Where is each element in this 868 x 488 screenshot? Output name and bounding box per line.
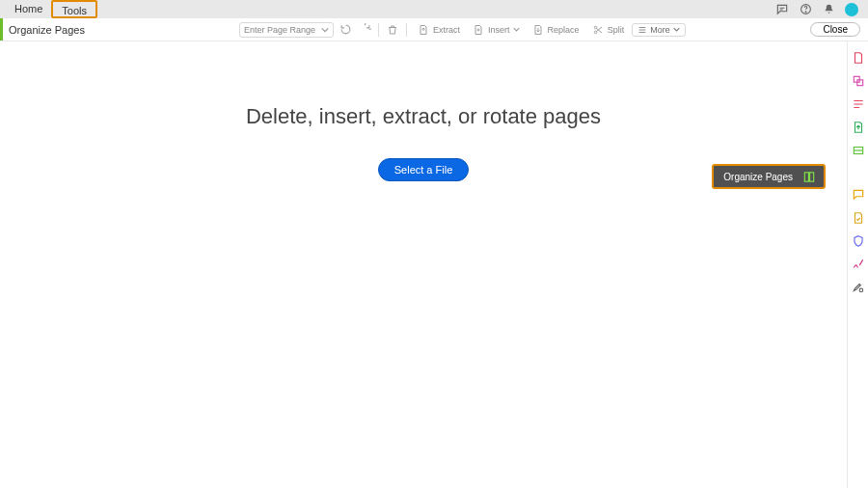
separator: [406, 23, 407, 37]
app-topbar: Home Tools: [0, 0, 868, 18]
tool-header-row: Organize Pages Enter Page Range Extract: [0, 18, 868, 41]
chevron-down-icon: [673, 26, 680, 33]
page-headline: Delete, insert, extract, or rotate pages: [0, 104, 847, 129]
main-wrapper: Delete, insert, extract, or rotate pages…: [0, 41, 868, 488]
separator: [378, 23, 379, 37]
rail-scan-icon[interactable]: [852, 144, 865, 157]
organize-pages-tooltip-label: Organize Pages: [723, 172, 793, 182]
rail-comment-icon[interactable]: [852, 188, 865, 202]
replace-icon: [531, 23, 545, 37]
scissors-icon: [591, 23, 605, 37]
chevron-down-icon: [321, 26, 329, 34]
svg-rect-5: [810, 172, 814, 180]
rail-fill-sign-icon[interactable]: [852, 211, 865, 225]
user-avatar[interactable]: [845, 3, 858, 16]
topbar-tabs: Home Tools: [6, 0, 97, 18]
extract-icon: [417, 23, 430, 37]
organize-pages-tooltip[interactable]: Organize Pages: [712, 164, 826, 189]
tool-title-area: Organize Pages: [0, 18, 239, 41]
svg-point-9: [859, 288, 863, 292]
extract-button[interactable]: Extract: [413, 21, 464, 39]
svg-point-3: [594, 31, 597, 34]
rail-combine-icon[interactable]: [852, 74, 865, 88]
rail-create-pdf-icon[interactable]: [852, 51, 865, 65]
topbar-right-controls: [775, 3, 862, 16]
insert-button[interactable]: Insert: [468, 21, 524, 39]
delete-button[interactable]: [385, 22, 400, 38]
tools-tab[interactable]: Tools: [51, 0, 97, 18]
menu-icon: [637, 25, 647, 35]
home-tab[interactable]: Home: [6, 0, 51, 18]
select-file-button[interactable]: Select a File: [378, 158, 470, 181]
help-icon[interactable]: [799, 3, 812, 16]
more-label: More: [650, 25, 670, 35]
tool-title: Organize Pages: [9, 24, 85, 36]
rotate-left-button[interactable]: [338, 22, 353, 38]
organize-pages-icon: [802, 170, 816, 183]
split-label: Split: [608, 25, 625, 35]
insert-icon: [472, 23, 485, 37]
page-range-placeholder: Enter Page Range: [244, 25, 315, 35]
replace-button[interactable]: Replace: [528, 21, 583, 39]
rail-more-tools-icon[interactable]: [852, 281, 865, 294]
svg-point-1: [805, 12, 806, 13]
replace-label: Replace: [548, 25, 580, 35]
rail-protect-icon[interactable]: [852, 234, 865, 248]
chat-icon[interactable]: [775, 3, 789, 16]
split-button[interactable]: Split: [587, 21, 629, 39]
page-range-input[interactable]: Enter Page Range: [239, 22, 334, 38]
rail-sign-icon[interactable]: [852, 258, 865, 271]
rail-export-pdf-icon[interactable]: [852, 121, 865, 134]
close-button[interactable]: Close: [810, 22, 860, 37]
extract-label: Extract: [433, 25, 460, 35]
chevron-down-icon: [513, 26, 520, 33]
tool-center-actions: Enter Page Range Extract Insert: [239, 21, 810, 39]
rotate-right-button[interactable]: [357, 22, 372, 38]
main-content: Delete, insert, extract, or rotate pages…: [0, 41, 847, 488]
insert-label: Insert: [488, 25, 510, 35]
bell-icon[interactable]: [822, 3, 835, 16]
right-tool-rail: [847, 41, 868, 488]
more-button[interactable]: More: [632, 23, 686, 37]
svg-rect-4: [804, 172, 808, 180]
svg-point-2: [594, 26, 597, 29]
rail-edit-pdf-icon[interactable]: [852, 97, 865, 111]
